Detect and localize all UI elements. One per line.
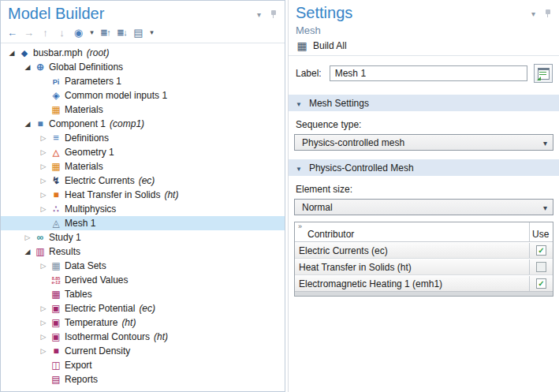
sort-icon[interactable] <box>298 222 302 230</box>
tree-item-export[interactable]: Export <box>1 358 285 372</box>
use-cell <box>529 259 553 274</box>
node-text-menu-caret-icon[interactable] <box>147 24 156 40</box>
tree-item-parameters-1[interactable]: Parameters 1 <box>1 74 285 88</box>
expand-icon[interactable] <box>37 177 50 185</box>
move-up-icon[interactable] <box>38 24 53 40</box>
show-menu-caret-icon[interactable] <box>88 24 96 40</box>
label-input[interactable] <box>330 65 527 81</box>
materials-icon <box>50 105 62 114</box>
sequence-type-select[interactable]: Physics-controlled mesh <box>294 134 553 151</box>
expand-icon[interactable] <box>37 134 50 142</box>
back-icon[interactable] <box>5 24 20 40</box>
tree-item-label: Reports <box>65 374 98 385</box>
tree-item-busbar-mph[interactable]: busbar.mph(root) <box>1 46 285 60</box>
expand-icon[interactable] <box>37 191 50 199</box>
show-icon[interactable] <box>71 24 86 40</box>
tree-item-temperature[interactable]: Temperature(ht) <box>1 315 285 330</box>
tree-item-label: Results <box>49 246 80 257</box>
contributor-table: Contributor Use Electric Currents (ec)He… <box>294 222 553 297</box>
chevron-down-icon <box>543 202 547 213</box>
tables-icon <box>50 289 62 299</box>
contributor-column-header: Contributor <box>295 222 529 241</box>
expand-all-icon[interactable] <box>114 24 129 40</box>
tree-item-data-sets[interactable]: Data Sets <box>1 259 285 273</box>
plot-group-icon <box>50 318 62 327</box>
tree-item-tag: (comp1) <box>110 118 144 129</box>
table-row-heat-transfer-in-solids-ht[interactable]: Heat Transfer in Solids (ht) <box>295 259 553 275</box>
tree-item-label: Multiphysics <box>65 203 116 215</box>
use-column-header: Use <box>529 222 553 241</box>
table-row-electromagnetic-heating-1-emh1[interactable]: Electromagnetic Heating 1 (emh1) <box>295 275 553 291</box>
tree-item-tables[interactable]: Tables <box>1 287 285 301</box>
rename-button[interactable] <box>534 64 553 83</box>
checked-checkbox[interactable] <box>536 245 546 256</box>
section-mesh-settings[interactable]: Mesh Settings <box>289 95 559 111</box>
panel-menu-caret-icon[interactable] <box>257 9 261 20</box>
element-size-select[interactable]: Normal <box>294 199 553 215</box>
tree-item-materials[interactable]: Materials <box>1 159 285 174</box>
expand-icon[interactable] <box>37 333 50 341</box>
tree-item-current-density[interactable]: Current Density <box>1 344 285 358</box>
build-all-icon <box>296 41 308 51</box>
expand-icon[interactable] <box>37 148 50 156</box>
tree-item-tag: (root) <box>87 47 110 58</box>
tree-item-results[interactable]: Results <box>1 245 285 259</box>
expand-icon[interactable] <box>37 347 50 355</box>
section-physics-controlled-mesh[interactable]: Physics-Controlled Mesh <box>289 159 559 176</box>
tree-item-mesh-1[interactable]: Mesh 1 <box>1 216 285 230</box>
current-density-icon <box>50 346 62 356</box>
unchecked-checkbox[interactable] <box>536 262 546 272</box>
tree-item-geometry-1[interactable]: Geometry 1 <box>1 145 285 159</box>
collapse-icon[interactable] <box>6 49 18 57</box>
export-icon <box>50 360 62 370</box>
pin-icon[interactable] <box>270 9 278 19</box>
tree-item-common-model-inputs-1[interactable]: Common model inputs 1 <box>1 88 285 103</box>
multiphysics-icon <box>50 204 62 214</box>
tree-item-definitions[interactable]: Definitions <box>1 131 285 145</box>
study-icon <box>34 233 47 242</box>
model-tree-node-text-icon[interactable] <box>131 24 146 40</box>
tree-item-study-1[interactable]: Study 1 <box>1 230 285 245</box>
settings-panel: Settings Mesh Build All Label: Mesh Sett… <box>289 0 559 392</box>
tree-item-materials[interactable]: Materials <box>1 103 285 117</box>
tree-item-tag: (ht) <box>154 331 168 342</box>
table-footer <box>295 291 553 296</box>
tree-item-label: Electric Currents <box>65 175 135 186</box>
tree-item-global-definitions[interactable]: Global Definitions <box>1 60 285 74</box>
forward-icon[interactable] <box>21 24 36 40</box>
tree-item-isothermal-contours[interactable]: Isothermal Contours(ht) <box>1 330 285 344</box>
tree-item-multiphysics[interactable]: Multiphysics <box>1 202 285 216</box>
materials-icon <box>50 162 62 171</box>
expand-icon[interactable] <box>37 162 50 170</box>
tree-item-reports[interactable]: Reports <box>1 372 285 386</box>
collapse-icon[interactable] <box>21 63 34 71</box>
expand-icon[interactable] <box>37 304 50 312</box>
model-builder-title: Model Builder <box>1 1 285 23</box>
expand-icon[interactable] <box>37 205 50 213</box>
pin-icon[interactable] <box>544 9 552 18</box>
tree-item-label: Materials <box>65 161 103 172</box>
table-row-electric-currents-ec[interactable]: Electric Currents (ec) <box>295 242 553 259</box>
physics-controlled-mesh-title: Physics-Controlled Mesh <box>309 162 414 174</box>
tree-item-electric-potential[interactable]: Electric Potential(ec) <box>1 301 285 315</box>
tree-item-derived-values[interactable]: Derived Values <box>1 273 285 287</box>
build-all-button[interactable]: Build All <box>289 36 347 55</box>
tree-item-heat-transfer-in-solids[interactable]: Heat Transfer in Solids(ht) <box>1 188 285 202</box>
expand-icon[interactable] <box>37 262 50 270</box>
checked-checkbox[interactable] <box>536 278 546 289</box>
tree-item-tag: (ht) <box>164 189 178 200</box>
expand-icon[interactable] <box>37 319 50 327</box>
sequence-type-label: Sequence type: <box>289 111 559 130</box>
move-down-icon[interactable] <box>54 24 69 40</box>
expand-icon[interactable] <box>21 233 34 241</box>
collapse-all-icon[interactable] <box>98 24 113 40</box>
rename-icon <box>538 68 550 80</box>
tree-item-label: Derived Values <box>65 274 128 286</box>
collapse-icon[interactable] <box>21 248 34 256</box>
panel-menu-caret-icon[interactable] <box>531 8 535 19</box>
tree-item-label: Global Definitions <box>49 62 123 73</box>
tree-item-electric-currents[interactable]: Electric Currents(ec) <box>1 174 285 188</box>
collapse-icon[interactable] <box>21 120 34 128</box>
tree-item-component-1[interactable]: Component 1(comp1) <box>1 117 285 131</box>
tree-item-label: Mesh 1 <box>65 218 95 229</box>
